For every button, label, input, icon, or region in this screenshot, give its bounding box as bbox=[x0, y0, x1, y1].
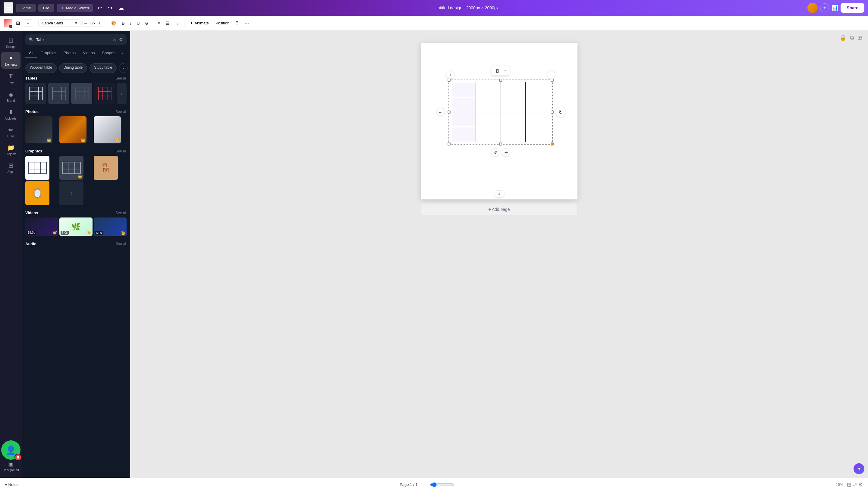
tables-more-button[interactable]: › bbox=[117, 83, 127, 104]
sidebar-item-brand[interactable]: ◈ Brand bbox=[1, 88, 21, 105]
chip-wooden-table[interactable]: Wooden table bbox=[25, 63, 57, 73]
color-picker[interactable] bbox=[4, 19, 12, 27]
texture-button[interactable]: ⠿ bbox=[233, 20, 240, 27]
add-page-bar[interactable]: + Add page bbox=[421, 203, 578, 216]
side-more-button[interactable]: ··· bbox=[437, 108, 445, 116]
file-button[interactable]: File bbox=[38, 4, 54, 12]
cell-4-4[interactable] bbox=[525, 127, 550, 142]
notes-button[interactable]: ≡ Notes bbox=[5, 482, 19, 487]
settings-button[interactable]: ⚙ bbox=[858, 481, 863, 488]
graphic-thumb-3[interactable]: 🪑 bbox=[94, 156, 118, 180]
cell-1-4[interactable] bbox=[525, 82, 550, 97]
tab-shapes[interactable]: Shapes bbox=[98, 49, 119, 58]
chips-more-button[interactable]: › bbox=[119, 63, 127, 73]
photo-thumb-3[interactable]: 👑 bbox=[94, 116, 121, 143]
list-button[interactable]: ⋮ bbox=[173, 20, 181, 27]
table-thumb-1[interactable] bbox=[25, 83, 47, 104]
record-button[interactable] bbox=[15, 454, 22, 461]
canvas-table-element[interactable]: 🗑 ··· ··· + + ↻ bbox=[451, 82, 550, 142]
zoom-slider[interactable] bbox=[430, 482, 454, 487]
add-collaborator-button[interactable]: + bbox=[820, 3, 829, 12]
sidebar-item-text[interactable]: T Text bbox=[1, 70, 21, 87]
sidebar-item-draw[interactable]: ✏ Draw bbox=[1, 124, 21, 140]
chip-dining-table[interactable]: Dining table bbox=[59, 63, 87, 73]
font-size-decrease-button[interactable]: – bbox=[84, 21, 87, 26]
cell-1-1[interactable] bbox=[451, 82, 476, 97]
videos-see-all-button[interactable]: See all bbox=[115, 211, 127, 215]
element-more-button[interactable]: ··· bbox=[502, 68, 506, 74]
position-button[interactable]: Position bbox=[213, 20, 232, 27]
handle-bottom-mid[interactable] bbox=[499, 143, 502, 145]
search-input[interactable]: Table bbox=[36, 37, 110, 42]
video-thumb-2[interactable]: 🌿 8.0s 👑 bbox=[59, 218, 92, 236]
handle-mid-left[interactable] bbox=[448, 111, 451, 114]
cell-2-4[interactable] bbox=[525, 97, 550, 112]
user-avatar-large[interactable]: 👤 bbox=[1, 440, 21, 460]
grid-view-button[interactable]: ⊞ bbox=[847, 481, 851, 488]
search-clear-button[interactable]: ✕ bbox=[113, 37, 116, 42]
cell-3-1[interactable] bbox=[451, 112, 476, 127]
menu-button[interactable]: ☰ bbox=[4, 2, 13, 13]
cell-2-1[interactable] bbox=[451, 97, 476, 112]
chip-study-table[interactable]: Study table bbox=[89, 63, 117, 73]
resize-button[interactable]: ↔ bbox=[24, 19, 32, 27]
cell-1-2[interactable] bbox=[476, 82, 501, 97]
table-thumb-3[interactable] bbox=[71, 83, 92, 104]
photo-thumb-1[interactable]: 👑 bbox=[25, 116, 52, 143]
share-button[interactable]: Share bbox=[841, 3, 864, 13]
cell-3-3[interactable] bbox=[501, 112, 525, 127]
animate-button[interactable]: ✦ Animate bbox=[188, 20, 211, 27]
tab-videos[interactable]: Videos bbox=[79, 49, 99, 58]
font-size-increase-button[interactable]: + bbox=[98, 21, 101, 26]
sidebar-item-elements[interactable]: ✦ Elements bbox=[1, 52, 21, 69]
handle-top-left[interactable] bbox=[448, 79, 451, 82]
sidebar-item-uploads[interactable]: ⬆ Uploads bbox=[1, 106, 21, 123]
underline-button[interactable]: U bbox=[135, 20, 142, 27]
rotate-handle[interactable]: ↻ bbox=[555, 107, 566, 117]
cell-4-2[interactable] bbox=[476, 127, 501, 142]
font-size-input[interactable]: 35 bbox=[88, 21, 97, 25]
cell-4-3[interactable] bbox=[501, 127, 525, 142]
italic-button[interactable]: I bbox=[129, 20, 133, 27]
add-page-icon-button[interactable]: ⊞ bbox=[858, 34, 862, 41]
magic-switch-button[interactable]: ✦ Magic Switch bbox=[57, 4, 93, 12]
handle-top-mid[interactable] bbox=[499, 79, 502, 82]
cell-3-2[interactable] bbox=[476, 112, 501, 127]
handle-bottom-right[interactable] bbox=[551, 143, 554, 145]
expand-view-button[interactable]: ⤢ bbox=[852, 481, 857, 488]
cell-2-3[interactable] bbox=[501, 97, 525, 112]
filter-more-button[interactable]: › bbox=[119, 49, 125, 58]
hide-pages-button[interactable]: ∧ bbox=[494, 191, 505, 198]
redo-button[interactable]: ↪ bbox=[106, 3, 114, 13]
graphics-more-button[interactable]: › bbox=[59, 181, 83, 205]
handle-bottom-left[interactable] bbox=[448, 143, 451, 145]
home-button[interactable]: Home bbox=[16, 4, 36, 12]
cloud-save-button[interactable]: ☁ bbox=[117, 3, 126, 13]
handle-top-right[interactable] bbox=[551, 79, 554, 82]
table-thumb-2[interactable] bbox=[48, 83, 69, 104]
move-element-button[interactable]: ✛ bbox=[502, 148, 510, 156]
graphic-thumb-2[interactable]: 👑 bbox=[59, 156, 83, 180]
magic-circle-button[interactable]: ✦ bbox=[853, 463, 864, 474]
lock-icon-button[interactable]: 🔒 bbox=[840, 34, 846, 41]
handle-mid-right[interactable] bbox=[551, 111, 554, 114]
corner-button[interactable]: + bbox=[547, 70, 555, 79]
cell-4-1[interactable] bbox=[451, 127, 476, 142]
cell-1-3[interactable] bbox=[501, 82, 525, 97]
text-align-button[interactable]: ≡ bbox=[156, 20, 162, 27]
sidebar-item-design[interactable]: ⊡ Design bbox=[1, 34, 21, 51]
audio-see-all-button[interactable]: See all bbox=[115, 241, 127, 246]
sidebar-item-projects[interactable]: 📁 Projects bbox=[1, 142, 21, 158]
rotate-element-button[interactable]: ↺ bbox=[491, 148, 499, 156]
photo-thumb-2[interactable]: 👑 bbox=[59, 116, 86, 143]
graphic-thumb-1[interactable] bbox=[25, 156, 50, 180]
sidebar-item-apps[interactable]: ⊞ Apps bbox=[1, 160, 21, 176]
bold-button[interactable]: B bbox=[120, 20, 127, 27]
add-row-above-button[interactable]: + bbox=[446, 70, 454, 79]
tab-photos[interactable]: Photos bbox=[60, 49, 79, 58]
analytics-button[interactable]: 📊 bbox=[832, 4, 838, 11]
tables-see-all-button[interactable]: See all bbox=[115, 76, 127, 80]
graphics-see-all-button[interactable]: See all bbox=[115, 149, 127, 153]
delete-element-button[interactable]: 🗑 bbox=[495, 68, 500, 74]
cell-3-4[interactable] bbox=[525, 112, 550, 127]
